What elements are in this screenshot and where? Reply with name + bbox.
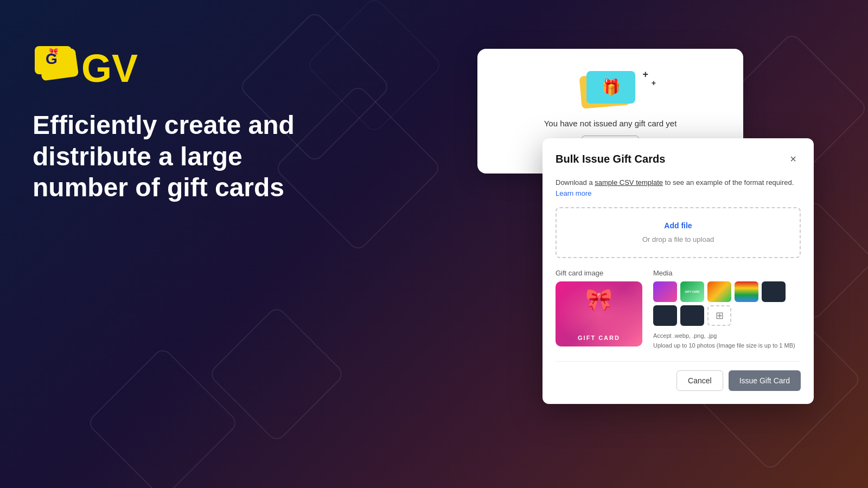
accept-formats-text: Accept .webp, .png, .jpg [653, 331, 801, 341]
gift-card-image-label: Gift card image [556, 269, 642, 277]
csv-template-link[interactable]: sample CSV template [595, 178, 663, 187]
gift-card-image-column: Gift card image 🎀 GIFT CARD [556, 269, 642, 346]
modal-close-button[interactable]: × [786, 151, 801, 166]
issue-gift-card-button[interactable]: Issue Gift Card [729, 370, 801, 391]
gift-card-preview: 🎀 GIFT CARD [556, 281, 642, 346]
desc-middle: to see an example of the format required… [663, 178, 794, 187]
media-thumb-3[interactable] [707, 281, 731, 302]
modal-header: Bulk Issue Gift Cards × [556, 151, 801, 166]
cancel-button[interactable]: Cancel [676, 370, 723, 391]
modal-footer: Cancel Issue Gift Card [556, 361, 801, 391]
logo-icon: 🎀 G [33, 44, 81, 87]
gift-card-front: 🎁 [586, 71, 635, 104]
media-section: Media GIFT CARD ⊞ Accept .webp, .png, .j… [653, 269, 801, 350]
media-thumb-5[interactable] [762, 281, 786, 302]
bulk-issue-modal: Bulk Issue Gift Cards × Download a sampl… [542, 138, 814, 404]
brand-name: GV [81, 49, 138, 88]
modal-description: Download a sample CSV template to see an… [556, 177, 801, 198]
plus-sign-1: + [642, 69, 648, 80]
add-photo-button[interactable]: ⊞ [707, 305, 731, 326]
modal-title: Bulk Issue Gift Cards [556, 153, 665, 165]
desc-prefix: Download a [556, 178, 595, 187]
drop-text: Or drop a file to upload [642, 235, 714, 243]
media-thumb-4[interactable] [735, 281, 758, 302]
logo-area: 🎀 G GV [33, 43, 304, 88]
media-info: Accept .webp, .png, .jpg Upload up to 10… [653, 331, 801, 350]
gift-card-preview-label: GIFT CARD [578, 335, 620, 341]
add-photo-icon: ⊞ [716, 310, 724, 322]
media-thumb-6[interactable] [653, 305, 677, 326]
learn-more-link[interactable]: Learn more [556, 189, 591, 197]
gift-card-image-section: Gift card image 🎀 GIFT CARD Media GIFT C… [556, 269, 801, 350]
media-thumb-7[interactable] [680, 305, 704, 326]
logo-card-front: 🎀 G [35, 46, 72, 74]
empty-state-text: You have not issued any gift card yet [544, 119, 677, 128]
upload-limit-text: Upload up to 10 photos (Image file size … [653, 341, 801, 351]
add-file-button[interactable]: Add file [664, 221, 692, 230]
gift-box-icon: 🎁 [602, 78, 621, 96]
tagline-text: Efficiently create and distribute a larg… [33, 110, 304, 203]
gift-bow-icon: 🎀 [585, 287, 612, 312]
media-thumb-2[interactable]: GIFT CARD [680, 281, 704, 302]
gift-card-illustration: 🎁 + + [578, 69, 643, 112]
plus-sign-2: + [652, 79, 656, 87]
media-thumb-1[interactable] [653, 281, 677, 302]
left-panel: 🎀 G GV Efficiently create and distribute… [33, 43, 304, 203]
media-label: Media [653, 269, 801, 277]
logo-letter: G [46, 50, 58, 68]
file-upload-area[interactable]: Add file Or drop a file to upload [556, 207, 801, 258]
media-thumbnails: GIFT CARD ⊞ [653, 281, 801, 326]
right-panel: 🎁 + + You have not issued any gift card … [380, 0, 868, 488]
